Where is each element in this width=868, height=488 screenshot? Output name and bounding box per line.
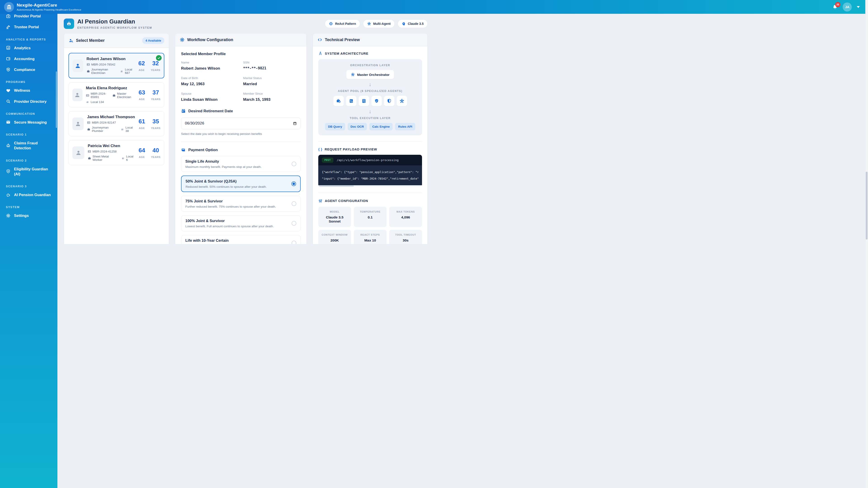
sidebar-item-ai-pension-guardian[interactable]: AI Pension Guardian xyxy=(0,189,57,200)
code-icon xyxy=(317,37,322,42)
member-years: 32 xyxy=(151,60,160,67)
badge-multi-agent[interactable]: Multi-Agent xyxy=(363,20,395,28)
radio-unselected-icon[interactable] xyxy=(291,240,296,244)
gear-icon xyxy=(180,37,185,42)
config-label: TOOL TIMEOUT xyxy=(391,233,421,236)
age-label: AGE xyxy=(138,127,145,129)
config-label: MODEL xyxy=(320,210,350,213)
option-description: Maximum monthly benefit. Payments stop a… xyxy=(185,165,261,168)
sidebar-item-accounting[interactable]: Accounting xyxy=(0,53,57,64)
badge-label: Claude 3.5 xyxy=(408,22,424,26)
member-avatar xyxy=(72,147,84,159)
config-label: REACT STEPS xyxy=(355,233,385,236)
sidebar-section-analytics-reports: ANALYTICS & REPORTS xyxy=(0,33,57,42)
radio-unselected-icon[interactable] xyxy=(291,221,296,226)
robot-icon xyxy=(6,143,11,148)
payment-option-75-joint-survivor[interactable]: 75% Joint & Survivor Further reduced ben… xyxy=(181,196,301,212)
sidebar-item-label: Provider Directory xyxy=(14,99,46,104)
payment-option-heading: Payment Option xyxy=(188,148,218,152)
years-label: YEARS xyxy=(151,156,160,158)
agent-config-heading: AGENT CONFIGURATION xyxy=(325,199,368,203)
sidebar-item-label: Trustee Portal xyxy=(14,24,39,29)
config-value: Max 10 xyxy=(355,238,385,242)
app-title: Nexgile-AgentiCare xyxy=(17,3,81,8)
retirement-date-heading: Desired Retirement Date xyxy=(188,109,233,113)
sidebar-item-wellness[interactable]: Wellness xyxy=(0,85,57,96)
member-card-robert-james-wilson[interactable]: Robert James Wilson MBR-2024-78542 Journ… xyxy=(68,53,164,78)
badge-react-pattern[interactable]: ReAct Pattern xyxy=(325,20,360,28)
config-card-react-steps: REACT STEPSMax 10 xyxy=(354,230,386,244)
payment-option-50-joint-survivor[interactable]: 50% Joint & Survivor (QJSA) Reduced bene… xyxy=(181,175,301,192)
briefcase-icon xyxy=(112,94,116,97)
payment-option-single-life-annuity[interactable]: Single Life Annuity Maximum monthly bene… xyxy=(181,156,301,172)
member-local: Local 6 xyxy=(126,155,135,162)
config-label: CONTEXT WINDOW xyxy=(320,233,350,236)
sidebar-item-provider-portal[interactable]: Provider Portal xyxy=(0,14,57,22)
sidebar-item-eligibility-guardian[interactable]: Eligibility Guardian (AI) xyxy=(0,164,52,180)
payment-option-life-10-year-certain[interactable]: Life with 10-Year Certain Guarantees 120… xyxy=(181,235,301,244)
config-card-max-tokens: MAX TOKENS4,096 xyxy=(389,207,422,227)
technical-preview-panel: Technical Preview SYSTEM ARCHITECTURE OR… xyxy=(313,33,428,244)
sidebar-item-label: AI Pension Guardian xyxy=(14,192,51,197)
member-card-patricia-wei-chen[interactable]: Patricia Wei Chen MBR-2024-41258 Sheet M… xyxy=(68,140,164,165)
field-label: Date of Birth xyxy=(181,76,239,80)
sidebar-item-label: Provider Portal xyxy=(14,14,41,19)
member-age: 63 xyxy=(138,89,145,96)
sidebar-item-provider-directory[interactable]: Provider Directory xyxy=(0,96,57,107)
agent-calculator-icon xyxy=(359,96,369,106)
sidebar-section-scenario-1: SCENARIO 1 xyxy=(0,128,57,138)
radio-unselected-icon[interactable] xyxy=(291,201,296,206)
cpu-icon xyxy=(329,22,333,26)
top-bar: Nexgile-AgentiCare Autonomous AI Agents … xyxy=(0,0,434,14)
search-icon xyxy=(6,99,11,104)
calendar-icon xyxy=(181,109,186,113)
config-label: MAX TOKENS xyxy=(391,210,421,213)
sidebar-scrollbar[interactable] xyxy=(56,71,57,128)
people-icon xyxy=(121,157,125,160)
agent-document-check-icon xyxy=(346,96,356,106)
field-value-spouse: Linda Susan Wilson xyxy=(181,97,239,102)
http-method-badge: POST xyxy=(322,158,333,163)
sidebar-item-secure-messaging[interactable]: Secure Messaging xyxy=(0,117,57,128)
age-label: AGE xyxy=(138,156,145,158)
member-card-james-michael-thompson[interactable]: James Michael Thompson MBR-2024-92147 Jo… xyxy=(68,111,164,136)
code-horizontal-scrollbar[interactable] xyxy=(318,185,422,187)
payment-option-100-joint-survivor[interactable]: 100% Joint & Survivor Lowest benefit. Fu… xyxy=(181,215,301,231)
retirement-date-input[interactable]: 06/30/2026 xyxy=(181,118,301,129)
radio-unselected-icon[interactable] xyxy=(291,162,296,166)
field-label: Name xyxy=(181,61,239,64)
sidebar-item-claims-fraud-detection[interactable]: Claims Fraud Detection xyxy=(0,138,52,154)
people-icon xyxy=(86,100,89,104)
sidebar-item-analytics[interactable]: Analytics xyxy=(0,42,57,53)
member-card-maria-elena-rodriguez[interactable]: Maria Elena Rodriguez MBR-2024-65891 Mas… xyxy=(68,82,164,107)
sidebar-item-label: Compliance xyxy=(14,67,35,72)
sidebar-item-settings[interactable]: Settings xyxy=(0,210,57,221)
robot-icon xyxy=(66,21,72,27)
sidebar-item-label: Settings xyxy=(14,213,29,218)
sidebar-item-label: Analytics xyxy=(14,45,31,51)
app-identity: Nexgile-AgentiCare Autonomous AI Agents … xyxy=(17,3,81,11)
retirement-date-value: 06/30/2026 xyxy=(185,121,204,126)
radio-selected-icon[interactable] xyxy=(291,182,296,186)
workflow-configuration-panel: Workflow Configuration Selected Member P… xyxy=(175,33,307,244)
payment-card-icon xyxy=(181,148,186,152)
person-search-icon xyxy=(68,38,73,43)
date-picker-icon[interactable] xyxy=(293,122,297,125)
profile-heading: Selected Member Profile xyxy=(181,52,301,56)
member-years: 40 xyxy=(151,147,160,154)
badge-claude-35[interactable]: Claude 3.5 xyxy=(398,20,428,28)
panel-title: Workflow Configuration xyxy=(187,37,233,42)
years-label: YEARS xyxy=(151,127,160,129)
briefcase-icon xyxy=(87,70,90,73)
payload-heading: REQUEST PAYLOAD PREVIEW xyxy=(324,148,377,151)
network-hub-icon xyxy=(367,22,371,26)
config-card-model: MODELClaude 3.5 Sonnet xyxy=(318,207,351,227)
tool-chip-calc-engine: Calc Engine xyxy=(369,123,393,130)
config-card-temperature: TEMPERATURE0.1 xyxy=(354,207,386,227)
sidebar-item-trustee-portal[interactable]: Trustee Portal xyxy=(0,22,57,32)
sidebar: Provider Portal Trustee Portal ANALYTICS… xyxy=(0,14,57,244)
id-card-icon xyxy=(87,63,90,66)
field-value-member-since: March 15, 1993 xyxy=(243,97,301,102)
field-value-ssn: ***-**-9821 xyxy=(243,66,301,70)
sidebar-item-compliance[interactable]: Compliance xyxy=(0,64,57,75)
